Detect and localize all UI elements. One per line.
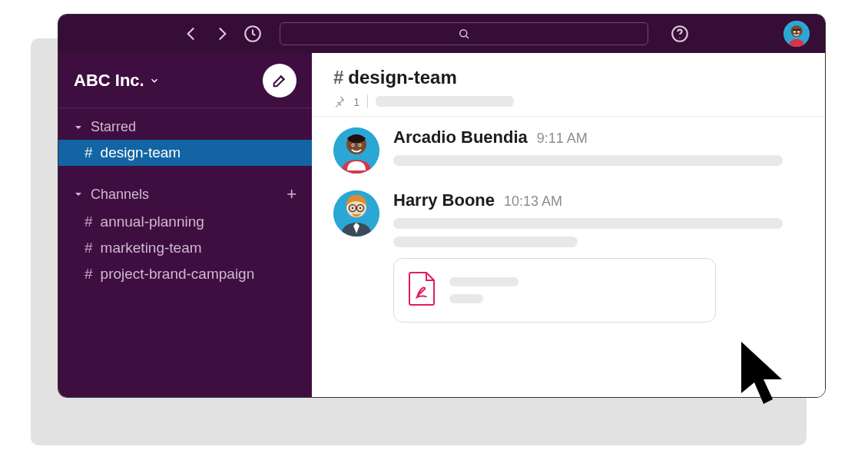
file-attachment[interactable] xyxy=(393,258,716,323)
channel-marketing-team[interactable]: # marketing-team xyxy=(58,235,312,261)
channel-topic-placeholder[interactable] xyxy=(376,96,514,107)
svg-point-19 xyxy=(359,207,361,209)
message-time: 9:11 AM xyxy=(537,131,588,147)
app-window: ABC Inc. Starred # design-team Channels … xyxy=(58,14,826,398)
hash-icon: # xyxy=(84,213,93,230)
svg-point-7 xyxy=(797,31,800,33)
avatar[interactable] xyxy=(333,127,379,174)
pdf-icon xyxy=(408,271,437,309)
attachment-title-placeholder xyxy=(449,277,518,286)
compose-button[interactable] xyxy=(263,64,297,98)
svg-point-1 xyxy=(460,30,467,37)
sidebar: ABC Inc. Starred # design-team Channels … xyxy=(58,53,312,397)
hash-icon: # xyxy=(333,67,343,88)
avatar[interactable] xyxy=(333,190,379,237)
pin-icon xyxy=(333,95,346,108)
hash-icon: # xyxy=(84,240,93,256)
channel-label: annual-planning xyxy=(101,213,204,230)
workspace-name: ABC Inc. xyxy=(74,71,144,91)
help-button[interactable] xyxy=(670,24,690,44)
message-author[interactable]: Harry Boone xyxy=(393,190,495,210)
cursor-pointer-icon xyxy=(737,338,799,418)
section-channels[interactable]: Channels + xyxy=(58,174,312,209)
channel-design-team[interactable]: # design-team xyxy=(58,140,312,166)
section-label: Channels xyxy=(91,187,149,203)
svg-point-6 xyxy=(793,31,796,33)
hash-icon: # xyxy=(84,144,93,161)
svg-point-12 xyxy=(353,144,354,146)
caret-down-icon xyxy=(74,123,83,132)
message-text-placeholder xyxy=(393,237,578,247)
message-text-placeholder xyxy=(393,155,783,166)
search-input[interactable] xyxy=(280,22,648,45)
user-avatar[interactable] xyxy=(784,21,810,47)
forward-button[interactable] xyxy=(212,24,232,44)
svg-point-3 xyxy=(679,38,680,38)
top-bar xyxy=(58,15,825,53)
section-label: Starred xyxy=(91,119,136,135)
caret-down-icon xyxy=(74,190,83,199)
channel-title[interactable]: #design-team xyxy=(333,67,803,88)
channel-label: design-team xyxy=(101,144,181,161)
message-list: Arcadio Buendia 9:11 AM xyxy=(312,117,825,333)
message-text-placeholder xyxy=(393,218,783,229)
message: Arcadio Buendia 9:11 AM xyxy=(333,127,803,174)
workspace-switcher[interactable]: ABC Inc. xyxy=(58,53,312,108)
channel-header: #design-team 1 xyxy=(312,53,825,117)
hash-icon: # xyxy=(84,266,93,283)
message: Harry Boone 10:13 AM xyxy=(333,190,803,323)
section-starred[interactable]: Starred xyxy=(58,108,312,140)
back-button[interactable] xyxy=(181,24,201,44)
message-author[interactable]: Arcadio Buendia xyxy=(393,127,528,147)
svg-point-13 xyxy=(359,144,361,146)
history-button[interactable] xyxy=(243,24,263,44)
svg-point-18 xyxy=(352,207,353,209)
add-channel-button[interactable]: + xyxy=(287,184,297,204)
channel-label: marketing-team xyxy=(101,240,202,256)
channel-annual-planning[interactable]: # annual-planning xyxy=(58,209,312,235)
message-time: 10:13 AM xyxy=(504,194,562,210)
chevron-down-icon xyxy=(149,75,160,86)
channel-label: project-brand-campaign xyxy=(101,266,255,283)
channel-name: design-team xyxy=(348,67,456,88)
attachment-meta-placeholder xyxy=(449,294,483,303)
pinned-count[interactable]: 1 xyxy=(353,95,359,108)
divider xyxy=(367,94,368,108)
channel-project-brand-campaign[interactable]: # project-brand-campaign xyxy=(58,261,312,287)
